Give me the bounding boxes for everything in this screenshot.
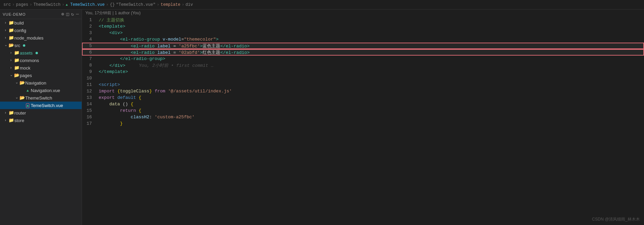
sidebar-item-build[interactable]: › 📁 build [0, 19, 82, 27]
vue-file-selected-icon: ▲ [25, 103, 31, 108]
line-content: data () { [97, 101, 644, 107]
line-number: 5 [82, 43, 97, 49]
arrow-icon: › [3, 119, 8, 122]
line-content: <template> [97, 23, 644, 30]
sidebar-item-navigation-vue[interactable]: ▲ Navigation.vue [0, 87, 82, 94]
sidebar-label-build: build [14, 20, 24, 26]
folder-icon: 📁 [14, 50, 20, 56]
arrow-icon: › [3, 29, 8, 32]
bc-sep3: › [62, 2, 64, 7]
code-container[interactable]: 1 // 主题切换 2 <template> 3 <div> [82, 17, 644, 225]
sidebar-label-navigation: Navigation [25, 80, 46, 86]
folder-icon: 📁 [8, 20, 14, 26]
sidebar-item-navigation-folder[interactable]: › 📂 Navigation [0, 79, 82, 87]
line-content: // 主题切换 [97, 17, 644, 23]
bc-pages[interactable]: pages [16, 2, 28, 7]
line-number: 8 [82, 62, 97, 69]
table-row: 4 <el-radio-group v-model="themecolor"> [82, 36, 644, 43]
table-row: 5 <el-radio label = 'a25fbc'>蓝色主题</el-ra… [82, 43, 644, 49]
new-folder-icon[interactable]: ◫ [66, 11, 69, 17]
line-content: import {toggleClass} from '@/assets/util… [97, 88, 644, 94]
sidebar-label-store: store [14, 118, 24, 123]
bc-div-crumb[interactable]: div [185, 2, 193, 7]
table-row: 8 </div>You, 2小时前 • first commit … [82, 62, 644, 69]
line-content: </div>You, 2小时前 • first commit … [97, 62, 644, 69]
line-content: <el-radio label = '02abfd'>红色主题</el-radi… [97, 49, 644, 56]
refresh-icon[interactable]: ↻ [71, 11, 74, 17]
sidebar-label-commons: commons [20, 58, 39, 63]
table-row: 9 </template> [82, 69, 644, 75]
arrow-icon: › [9, 73, 13, 78]
arrow-icon: › [3, 21, 8, 25]
line-number: 11 [82, 81, 97, 88]
sidebar-item-router[interactable]: › 📁 router [0, 109, 82, 117]
sidebar-item-src[interactable]: › 📂 src [0, 42, 82, 49]
sidebar-item-store[interactable]: › 📁 store [0, 117, 82, 124]
line-content: export default { [97, 94, 644, 101]
sidebar-item-node-modules[interactable]: › 📁 node_modules [0, 34, 82, 42]
line-number: 10 [82, 75, 97, 81]
table-row: 14 data () { [82, 101, 644, 107]
folder-icon: 📁 [8, 28, 14, 33]
sidebar-label-temeswitch-vue: TemeSwitch.vue [31, 103, 63, 108]
bc-vuefile[interactable]: ▲ TemeSwitch.vue [66, 2, 104, 7]
line-number: 17 [82, 120, 97, 127]
arrow-icon: › [3, 111, 8, 115]
sidebar-toolbar: VUE-DEMO ⊕ ◫ ↻ — [0, 10, 82, 19]
arrow-icon: › [15, 95, 18, 101]
sidebar-label-src: src [14, 43, 20, 48]
line-number: 1 [82, 17, 97, 23]
bc-sep5: › [157, 2, 159, 7]
vue-file-icon: ▲ [25, 88, 31, 93]
code-table: 1 // 主题切换 2 <template> 3 <div> [82, 17, 644, 127]
editor-area: You, 17分钟前 | 1 author (You) 1 // 主题切换 2 … [82, 10, 644, 225]
folder-icon: 📁 [8, 110, 14, 116]
bc-src[interactable]: src [3, 2, 11, 7]
line-number: 7 [82, 56, 97, 62]
table-row: 10 [82, 75, 644, 81]
arrow-icon: › [3, 36, 8, 40]
table-row: 16 classH2: 'custom-a25fbc' [82, 114, 644, 120]
line-content: <div> [97, 30, 644, 36]
new-file-icon[interactable]: ⊕ [61, 11, 64, 17]
sidebar-item-config[interactable]: › 📁 config [0, 27, 82, 34]
sidebar-label-router: router [14, 110, 26, 116]
line-content: <el-radio-group v-model="themecolor"> [97, 36, 644, 43]
folder-icon: 📁 [8, 35, 14, 41]
sidebar-item-mock[interactable]: › 📁 mock [0, 64, 82, 72]
sidebar-label-navigation-vue: Navigation.vue [31, 88, 60, 93]
sidebar-item-assets[interactable]: › 📁 assets [0, 49, 82, 57]
sidebar-label-themeswitch: ThemeSwitch [25, 95, 52, 101]
bc-sep2: › [30, 2, 32, 7]
bc-template-crumb[interactable]: template [161, 2, 181, 7]
line-content [97, 75, 644, 81]
table-row: 6 <el-radio label = '02abfd'>红色主题</el-ra… [82, 49, 644, 56]
folder-open-icon: 📂 [19, 80, 25, 86]
sidebar-item-temeswitch-vue[interactable]: ▲ TemeSwitch.vue [0, 102, 82, 109]
git-info: You, 17分钟前 | 1 author (You) [82, 10, 644, 17]
folder-open-icon: 📂 [19, 95, 25, 101]
sidebar-item-themeswitch-folder[interactable]: › 📂 ThemeSwitch [0, 94, 82, 102]
assets-badge [36, 52, 38, 54]
collapse-icon[interactable]: — [76, 11, 79, 17]
bc-themeswitch[interactable]: ThemeSwitch [33, 2, 60, 7]
arrow-icon: › [8, 51, 14, 55]
arrow-icon: › [8, 59, 14, 62]
breadcrumb-bar: src › pages › ThemeSwitch › ▲ TemeSwitch… [0, 0, 644, 10]
arrow-icon: › [8, 66, 14, 70]
sidebar-label-assets: assets [20, 50, 33, 56]
bc-sep4: › [106, 2, 109, 7]
watermark: CSDN @清风细雨_林木木 [592, 216, 640, 222]
table-row: 2 <template> [82, 23, 644, 30]
src-badge [23, 44, 25, 47]
line-content: return { [97, 107, 644, 114]
sidebar-item-commons[interactable]: › 📁 commons [0, 57, 82, 64]
toolbar-icons: ⊕ ◫ ↻ — [61, 11, 79, 17]
folder-icon: 📁 [8, 118, 14, 123]
line-content: </template> [97, 69, 644, 75]
sidebar-label-pages: pages [20, 73, 32, 78]
sidebar-item-pages[interactable]: › 📂 pages [0, 72, 82, 79]
table-row: 1 // 主题切换 [82, 17, 644, 23]
table-row: 11 <script> [82, 81, 644, 88]
table-row: 12 import {toggleClass} from '@/assets/u… [82, 88, 644, 94]
